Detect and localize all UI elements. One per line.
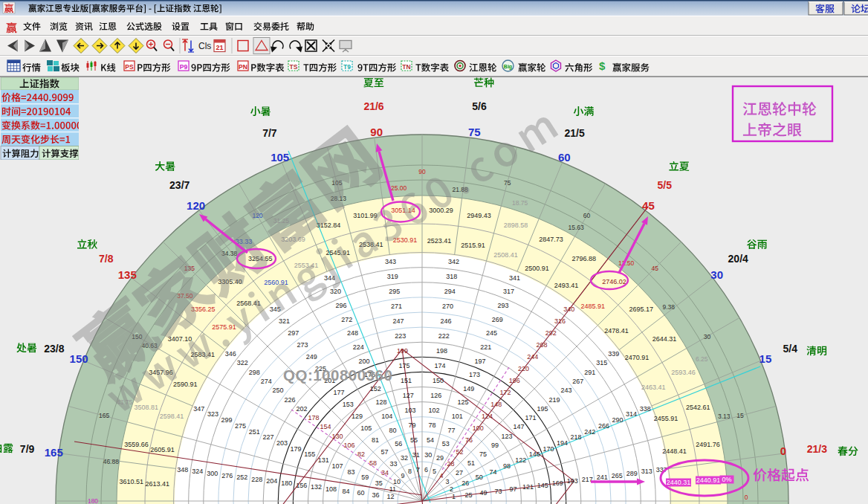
svg-text:203: 203: [276, 439, 288, 447]
svg-text:121: 121: [522, 483, 534, 491]
svg-text:2485.91: 2485.91: [581, 303, 606, 310]
svg-text:165: 165: [45, 446, 63, 459]
svg-text:246: 246: [440, 317, 451, 325]
svg-text:15.63: 15.63: [569, 224, 585, 231]
svg-text:T9: T9: [343, 63, 351, 71]
svg-text:83: 83: [348, 468, 355, 476]
svg-text:90: 90: [370, 126, 383, 138]
svg-text:340: 340: [563, 306, 574, 313]
svg-text:276: 276: [221, 472, 233, 479]
svg-text:248: 248: [347, 329, 358, 337]
svg-text:180: 180: [281, 479, 292, 487]
svg-text:15: 15: [736, 412, 744, 419]
svg-text:58: 58: [369, 459, 377, 467]
svg-text:3559.66: 3559.66: [124, 441, 149, 448]
svg-text:126: 126: [430, 392, 441, 399]
svg-text:2605.91: 2605.91: [150, 446, 175, 453]
svg-text:5: 5: [433, 468, 436, 475]
svg-text:4: 4: [440, 472, 444, 479]
svg-text:10: 10: [393, 478, 401, 485]
svg-text:147: 147: [513, 423, 524, 430]
svg-text:102: 102: [429, 407, 440, 414]
svg-text:291: 291: [584, 369, 595, 376]
svg-text:74: 74: [489, 468, 496, 476]
svg-text:Cls: Cls: [198, 41, 211, 51]
svg-text:QQ:100800360: QQ:100800360: [283, 366, 392, 384]
svg-text:21/3: 21/3: [807, 443, 827, 455]
svg-text:2575.91: 2575.91: [212, 323, 236, 331]
svg-text:178: 178: [308, 414, 320, 421]
svg-text:2491.76: 2491.76: [696, 441, 720, 448]
svg-text:49: 49: [479, 489, 487, 497]
svg-text:193: 193: [567, 477, 578, 485]
svg-text:177: 177: [333, 389, 344, 396]
svg-text:PN: PN: [239, 63, 247, 71]
svg-text:2644.31: 2644.31: [652, 335, 677, 343]
svg-text:23/8: 23/8: [44, 343, 64, 355]
svg-text:50: 50: [476, 474, 483, 481]
svg-text:148: 148: [490, 401, 502, 408]
svg-text:2523.41: 2523.41: [427, 237, 452, 245]
svg-text:106: 106: [344, 442, 355, 449]
svg-text:150: 150: [70, 352, 88, 365]
svg-text:2493.41: 2493.41: [554, 282, 579, 289]
svg-text:122: 122: [515, 456, 526, 464]
svg-text:346: 346: [225, 350, 236, 358]
svg-text:2440.91: 2440.91: [696, 476, 721, 484]
svg-text:75: 75: [479, 450, 487, 458]
svg-text:55: 55: [410, 436, 418, 444]
svg-text:2746.02: 2746.02: [602, 278, 626, 285]
svg-text:194: 194: [557, 439, 568, 447]
svg-text:45: 45: [642, 199, 655, 212]
svg-text:341: 341: [509, 274, 520, 282]
svg-text:241: 241: [597, 474, 608, 481]
svg-text:222: 222: [438, 332, 450, 340]
svg-text:103: 103: [404, 407, 415, 414]
svg-text:172: 172: [499, 389, 511, 396]
svg-text:2695.17: 2695.17: [629, 306, 653, 313]
svg-text:2542.61: 2542.61: [686, 404, 710, 411]
svg-text:7/8: 7/8: [99, 253, 114, 265]
svg-text:268: 268: [536, 341, 547, 349]
svg-text:252: 252: [236, 474, 247, 481]
svg-text:32: 32: [401, 454, 408, 462]
svg-text:9: 9: [401, 472, 404, 479]
svg-text:170: 170: [542, 445, 554, 453]
svg-text:TS: TS: [290, 63, 298, 71]
svg-text:97: 97: [509, 485, 516, 493]
svg-text:202: 202: [297, 405, 308, 413]
svg-text:11: 11: [389, 485, 396, 493]
svg-text:132: 132: [311, 483, 322, 491]
svg-text:46.88: 46.88: [103, 458, 120, 465]
svg-text:242: 242: [584, 428, 595, 436]
svg-text:78: 78: [428, 421, 435, 429]
svg-text:174: 174: [434, 362, 445, 369]
svg-text:28: 28: [447, 460, 454, 468]
svg-text:1: 1: [452, 493, 456, 500]
svg-text:180: 180: [88, 497, 98, 504]
svg-text:153: 153: [343, 401, 354, 408]
svg-text:120: 120: [187, 199, 205, 212]
svg-text:51: 51: [467, 459, 475, 467]
svg-text:292: 292: [545, 329, 557, 337]
svg-text:59: 59: [361, 474, 369, 481]
svg-text:313: 313: [641, 468, 652, 475]
svg-text:197: 197: [475, 358, 486, 365]
svg-text:2508.41: 2508.41: [493, 251, 518, 259]
svg-text:21/5: 21/5: [564, 127, 584, 139]
svg-text:173: 173: [469, 371, 480, 378]
svg-text:30: 30: [710, 268, 723, 281]
svg-text:266: 266: [598, 422, 609, 430]
svg-text:80: 80: [389, 427, 396, 434]
svg-text:2515.91: 2515.91: [461, 242, 485, 249]
svg-text:90: 90: [418, 168, 426, 175]
svg-text:289: 289: [626, 470, 638, 477]
svg-text:2898.58: 2898.58: [504, 222, 528, 229]
svg-text:60: 60: [583, 212, 591, 219]
svg-text:244: 244: [527, 353, 538, 361]
svg-text:2455.91: 2455.91: [654, 415, 678, 422]
svg-text:P9: P9: [180, 63, 188, 71]
svg-text:7/7: 7/7: [262, 127, 277, 139]
svg-text:156: 156: [296, 482, 307, 489]
svg-text:27: 27: [456, 469, 463, 476]
